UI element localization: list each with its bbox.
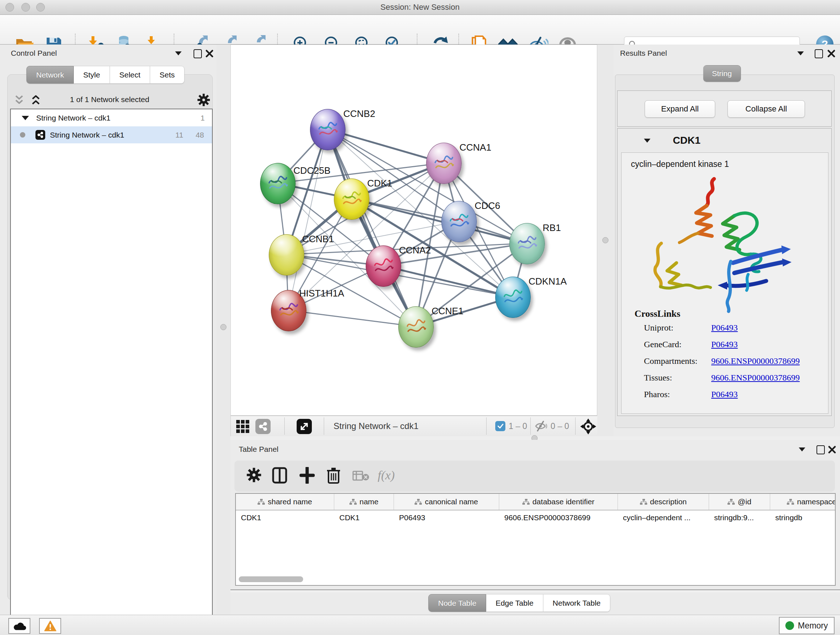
results-panel-float-button[interactable] (815, 49, 823, 58)
node-CCNA1[interactable] (426, 143, 462, 184)
grid-view-icon[interactable] (236, 420, 249, 433)
network-row-selected[interactable]: String Network – cdk1 11 48 (11, 126, 212, 143)
network-options-gear-icon[interactable] (197, 93, 210, 107)
node-RB1[interactable] (509, 223, 545, 264)
table-gear-icon[interactable] (246, 467, 262, 483)
node-CDC6[interactable] (441, 201, 477, 242)
table-cell[interactable]: P06493 (394, 510, 499, 526)
table-cell[interactable]: cyclin–dependent ... (618, 510, 709, 526)
control-panel-float-button[interactable] (194, 49, 202, 58)
column-header-shared-name[interactable]: shared name (236, 494, 334, 510)
string-network-badge-icon (35, 130, 45, 140)
edge-HIST1H1A-CCNE1[interactable] (288, 310, 416, 326)
crosslink-value-link[interactable]: P06493 (711, 323, 737, 333)
results-panel-menu-button[interactable] (797, 51, 804, 55)
crosslink-value-link[interactable]: 9606.ENSP00000378699 (711, 356, 800, 366)
protein-structure-image (639, 172, 798, 320)
results-tab-string[interactable]: String (703, 65, 741, 82)
table-cell[interactable]: 9606.ENSP00000378699 (499, 510, 618, 526)
birdseye-crosshair-icon[interactable] (580, 418, 596, 434)
network-status-dot (20, 132, 25, 138)
node-label-CDK1: CDK1 (367, 178, 392, 189)
table-panel-menu-button[interactable] (799, 448, 805, 451)
table-cell[interactable]: CDK1 (236, 510, 334, 526)
crosslink-value-link[interactable]: 9606.ENSP00000378699 (711, 373, 800, 383)
expand-all-button[interactable]: Expand All (645, 100, 715, 118)
table-cell[interactable]: CDK1 (334, 510, 394, 526)
crosslink-value-link[interactable]: P06493 (711, 340, 737, 349)
network-tree: String Network – cdk1 1 String Network –… (10, 109, 213, 635)
column-header-namespace[interactable]: namespace (770, 494, 836, 510)
node-CDC25B[interactable] (260, 163, 295, 204)
memory-button[interactable]: Memory (779, 617, 835, 634)
column-header-name[interactable]: name (334, 494, 394, 510)
table-row[interactable]: CDK1CDK1P064939606.ENSP00000378699cyclin… (236, 510, 835, 526)
table-horizontal-scrollbar[interactable] (239, 576, 303, 582)
open-in-window-icon[interactable] (297, 419, 312, 434)
table-cell[interactable]: stringdb (770, 510, 836, 526)
tab-network[interactable]: Network (27, 66, 74, 84)
edge-CCNB2-HIST1H1A[interactable] (288, 129, 327, 310)
column-type-icon (640, 499, 647, 505)
column-header-@id[interactable]: @id (709, 494, 770, 510)
left-splitter-handle[interactable] (220, 324, 226, 330)
warnings-button[interactable] (39, 618, 61, 634)
horizontal-splitter[interactable] (231, 436, 840, 440)
window-title: Session: New Session (0, 3, 840, 12)
expand-all-networks-icon[interactable] (30, 95, 42, 106)
tab-network-table[interactable]: Network Table (543, 594, 611, 612)
collapse-all-networks-icon[interactable] (13, 95, 25, 106)
tab-select[interactable]: Select (110, 66, 150, 84)
add-column-icon[interactable] (300, 467, 315, 484)
tab-edge-table[interactable]: Edge Table (486, 594, 543, 612)
node-CCNB2[interactable] (310, 109, 346, 150)
left-splitter[interactable] (216, 44, 231, 615)
node-structure-image (515, 233, 538, 254)
network-collection-row[interactable]: String Network – cdk1 1 (11, 109, 212, 126)
table-panel-float-button[interactable] (816, 445, 825, 454)
gene-description: cyclin–dependent kinase 1 (631, 159, 729, 169)
selected-checkbox-icon[interactable] (495, 421, 505, 431)
crosslink-row: Uniprot:P06493 (644, 323, 818, 340)
control-panel-close-button[interactable] (205, 50, 213, 57)
results-panel-close-button[interactable] (827, 50, 835, 57)
table-panel-close-button[interactable] (828, 446, 836, 454)
node-CCNE1[interactable] (398, 306, 434, 348)
column-type-icon (349, 499, 357, 505)
gene-section-caret[interactable] (644, 139, 651, 143)
control-panel-menu-button[interactable] (175, 51, 182, 55)
collapse-all-button[interactable]: Collapse All (728, 100, 805, 118)
node-CCNB1[interactable] (269, 234, 304, 276)
table-toolbar: f(x) (234, 461, 835, 492)
tab-style[interactable]: Style (74, 66, 110, 84)
node-table[interactable]: shared namenamecanonical namedatabase id… (235, 493, 836, 586)
column-header-canonical-name[interactable]: canonical name (394, 494, 499, 510)
toolbar-separator (575, 417, 576, 435)
delete-column-icon[interactable] (326, 467, 341, 485)
node-CCNA2[interactable] (366, 245, 401, 287)
right-splitter[interactable] (597, 44, 614, 436)
node-CDKN1A[interactable] (495, 277, 531, 318)
status-bar: Memory (0, 615, 840, 635)
network-edge-count: 48 (196, 131, 212, 139)
tab-node-table[interactable]: Node Table (428, 594, 486, 612)
network-canvas[interactable]: CCNB2CCNA1CDC25BCDK1CDC6RB1CCNB1CCNA2CDK… (231, 44, 597, 416)
column-header-description[interactable]: description (618, 494, 709, 510)
network-badge-icon[interactable] (256, 419, 271, 434)
right-splitter-handle[interactable] (602, 237, 608, 243)
column-type-icon (415, 499, 422, 505)
column-type-icon (728, 499, 735, 505)
tab-sets[interactable]: Sets (150, 66, 185, 84)
gene-detail-box: cyclin–dependent kinase 1 (621, 152, 829, 414)
cloud-status-button[interactable] (8, 618, 30, 634)
node-label-RB1: RB1 (543, 222, 561, 233)
show-columns-icon[interactable] (272, 467, 287, 484)
table-cell[interactable]: stringdb:9... (709, 510, 770, 526)
title-bar: Session: New Session (0, 0, 840, 15)
crosslink-value-link[interactable]: P06493 (711, 390, 737, 399)
table-body: CDK1CDK1P064939606.ENSP00000378699cyclin… (236, 510, 835, 526)
column-header-database-identifier[interactable]: database identifier (499, 494, 618, 510)
tree-expand-caret[interactable] (22, 116, 29, 120)
gene-section: CDK1 cyclin–dependent kinase 1 (617, 128, 832, 416)
node-CDK1[interactable] (334, 179, 369, 220)
